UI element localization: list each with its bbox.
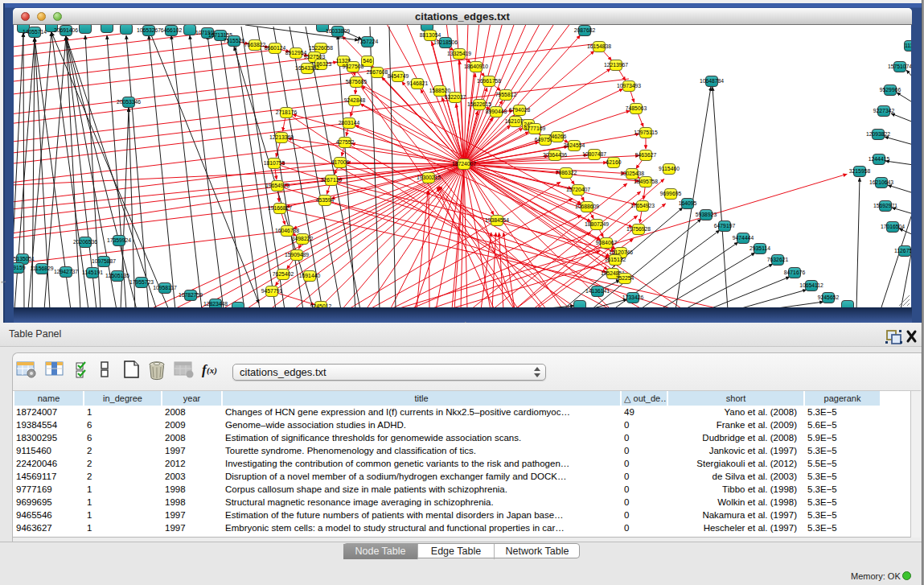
svg-text:3267130: 3267130 [321,177,343,183]
svg-text:12942737: 12942737 [54,269,78,274]
svg-text:17016504: 17016504 [881,224,905,229]
svg-text:20364436: 20364436 [543,152,567,158]
svg-text:15135051: 15135051 [14,256,35,262]
svg-text:14136141: 14136141 [585,288,610,294]
svg-text:7632621: 7632621 [767,257,789,262]
svg-text:6794028: 6794028 [509,107,531,113]
svg-text:9084067: 9084067 [596,240,618,245]
svg-text:16543382: 16543382 [295,65,319,71]
svg-text:9242848: 9242848 [344,97,366,103]
svg-text:16961758: 16961758 [477,78,501,84]
svg-text:8990448: 8990448 [486,109,507,114]
svg-text:15622615: 15622615 [467,101,491,107]
svg-text:10973493: 10973493 [617,83,641,89]
svg-text:8471676: 8471676 [784,270,806,275]
svg-text:17654923: 17654923 [630,203,655,208]
svg-text:10688609: 10688609 [575,204,599,209]
svg-text:1117: 1117 [905,43,911,48]
svg-text:2803144: 2803144 [339,120,360,126]
svg-text:2718176: 2718176 [276,109,298,115]
svg-text:16782759: 16782759 [179,292,203,298]
svg-text:12505135: 12505135 [105,273,129,278]
svg-text:15226058: 15226058 [309,45,333,51]
svg-text:19384554: 19384554 [485,217,509,223]
svg-text:19300215: 19300215 [417,175,441,180]
svg-text:9777169: 9777169 [524,126,546,131]
svg-text:9474444: 9474444 [733,235,754,241]
svg-text:2867608: 2867608 [367,69,388,75]
svg-text:16033809: 16033809 [326,28,350,34]
svg-text:3624554: 3624554 [564,142,585,148]
svg-text:8813054: 8813054 [420,32,441,38]
svg-text:10025438: 10025438 [620,171,644,176]
svg-text:453594: 453594 [316,197,335,203]
svg-text:1244415: 1244415 [869,156,890,162]
svg-text:427552: 427552 [336,139,355,145]
svg-text:164095: 164095 [679,200,697,206]
svg-text:2935114: 2935114 [749,245,770,251]
svg-text:7955812: 7955812 [495,92,517,97]
svg-text:18724007: 18724007 [452,161,476,167]
svg-text:18495758: 18495758 [634,179,658,184]
svg-text:18640910: 18640910 [464,64,488,69]
svg-text:20206536: 20206536 [73,239,97,245]
svg-text:9327503: 9327503 [304,54,326,60]
svg-text:1126753: 1126753 [894,248,911,253]
svg-text:15692971: 15692971 [873,203,897,208]
svg-text:1810755: 1810755 [264,160,285,166]
svg-text:17359924: 17359924 [107,237,131,243]
svg-text:9227342: 9227342 [873,108,895,113]
svg-text:14055714: 14055714 [23,29,47,35]
svg-text:9529966: 9529966 [880,87,901,93]
svg-text:20053346: 20053346 [117,99,141,105]
svg-text:10958117: 10958117 [153,285,177,290]
svg-text:12213967: 12213967 [604,62,628,68]
svg-text:9245652: 9245652 [818,295,840,300]
svg-text:2087682: 2087682 [574,27,596,33]
svg-text:6322037: 6322037 [445,94,466,100]
svg-text:9699695: 9699695 [660,191,682,196]
svg-text:7515526: 7515526 [224,38,245,43]
svg-text:15909489: 15909489 [285,252,309,257]
svg-text:15751074: 15751074 [888,64,911,69]
svg-text:10653267: 10653267 [137,27,161,33]
svg-text:1733426: 1733426 [622,295,644,300]
svg-text:3498222: 3498222 [292,236,314,241]
svg-text:3215958: 3215958 [849,168,871,174]
svg-text:12975115: 12975115 [634,130,658,135]
svg-text:62160: 62160 [606,159,622,165]
svg-text:10975887: 10975887 [92,258,116,264]
svg-text:16120746: 16120746 [609,249,633,255]
svg-text:9115460: 9115460 [659,166,680,171]
svg-text:9327508: 9327508 [343,64,364,69]
svg-text:39159: 39159 [14,265,26,270]
svg-text:19654923: 19654923 [265,183,290,188]
svg-text:5938923: 5938923 [696,212,717,217]
svg-text:746266: 746266 [548,134,567,139]
svg-text:8660124: 8660124 [265,45,286,51]
svg-text:19756928: 19756928 [626,226,651,232]
svg-text:546: 546 [363,58,372,64]
svg-text:19166827: 19166827 [268,205,292,211]
svg-text:1145191: 1145191 [82,270,103,275]
svg-text:8454749: 8454749 [388,73,409,79]
svg-text:6466102: 6466102 [161,27,183,33]
svg-text:6479197: 6479197 [714,223,736,229]
svg-text:20691406: 20691406 [54,27,78,33]
svg-text:16046788: 16046788 [275,228,299,233]
svg-text:(x): (x) [207,365,217,376]
svg-text:5875685: 5875685 [346,79,368,84]
svg-text:9463627: 9463627 [635,152,657,158]
svg-text:7625402: 7625402 [273,271,294,277]
svg-text:9146821: 9146821 [407,80,429,86]
svg-text:252254: 252254 [616,275,634,281]
svg-text:13325419: 13325419 [447,51,471,56]
svg-text:9457791: 9457791 [261,288,283,294]
svg-text:10648784: 10648784 [700,78,724,84]
svg-text:12213369: 12213369 [269,134,294,140]
svg-text:1691440: 1691440 [299,273,321,278]
svg-text:19218506: 19218506 [433,39,458,45]
svg-text:15720407: 15720407 [566,187,590,192]
svg-text:417006: 417006 [331,159,350,165]
svg-text:1615132: 1615132 [605,257,626,262]
